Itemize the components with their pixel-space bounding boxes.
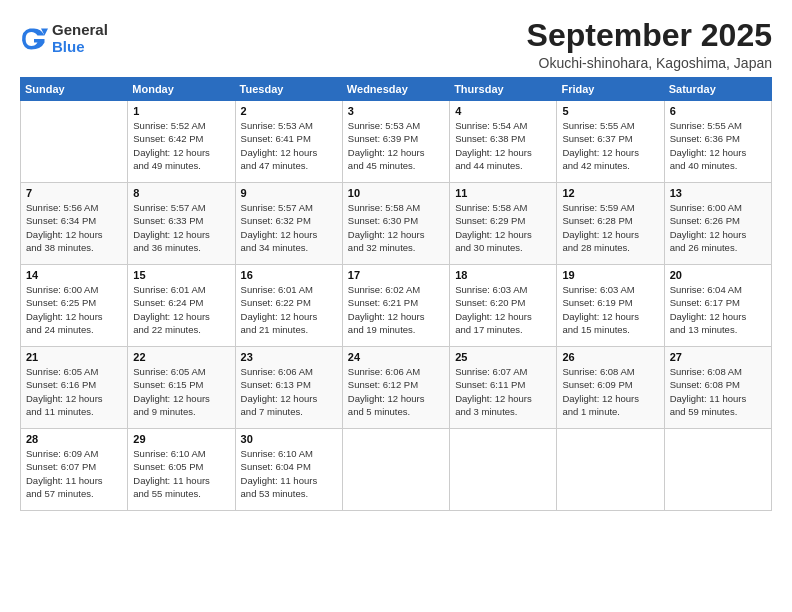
cell-info: Sunrise: 6:06 AM Sunset: 6:12 PM Dayligh… — [348, 365, 444, 418]
cell-w5-d5 — [450, 429, 557, 511]
cell-info: Sunrise: 6:04 AM Sunset: 6:17 PM Dayligh… — [670, 283, 766, 336]
day-number: 19 — [562, 269, 658, 281]
cell-w3-d2: 15Sunrise: 6:01 AM Sunset: 6:24 PM Dayli… — [128, 265, 235, 347]
day-number: 8 — [133, 187, 229, 199]
day-number: 6 — [670, 105, 766, 117]
logo-blue: Blue — [52, 39, 108, 56]
cell-info: Sunrise: 6:06 AM Sunset: 6:13 PM Dayligh… — [241, 365, 337, 418]
week-row-3: 14Sunrise: 6:00 AM Sunset: 6:25 PM Dayli… — [21, 265, 772, 347]
day-number: 22 — [133, 351, 229, 363]
day-number: 14 — [26, 269, 122, 281]
cell-info: Sunrise: 6:07 AM Sunset: 6:11 PM Dayligh… — [455, 365, 551, 418]
cell-info: Sunrise: 5:55 AM Sunset: 6:36 PM Dayligh… — [670, 119, 766, 172]
day-number: 30 — [241, 433, 337, 445]
cell-w5-d4 — [342, 429, 449, 511]
cell-w1-d1 — [21, 101, 128, 183]
day-number: 12 — [562, 187, 658, 199]
day-number: 28 — [26, 433, 122, 445]
cell-w4-d6: 26Sunrise: 6:08 AM Sunset: 6:09 PM Dayli… — [557, 347, 664, 429]
day-number: 1 — [133, 105, 229, 117]
cell-w1-d2: 1Sunrise: 5:52 AM Sunset: 6:42 PM Daylig… — [128, 101, 235, 183]
cell-w4-d3: 23Sunrise: 6:06 AM Sunset: 6:13 PM Dayli… — [235, 347, 342, 429]
logo-text: General Blue — [52, 22, 108, 55]
day-number: 9 — [241, 187, 337, 199]
day-number: 18 — [455, 269, 551, 281]
cell-info: Sunrise: 5:53 AM Sunset: 6:41 PM Dayligh… — [241, 119, 337, 172]
cell-w5-d2: 29Sunrise: 6:10 AM Sunset: 6:05 PM Dayli… — [128, 429, 235, 511]
cell-info: Sunrise: 5:55 AM Sunset: 6:37 PM Dayligh… — [562, 119, 658, 172]
header-row: Sunday Monday Tuesday Wednesday Thursday… — [21, 78, 772, 101]
cell-info: Sunrise: 6:01 AM Sunset: 6:22 PM Dayligh… — [241, 283, 337, 336]
day-number: 16 — [241, 269, 337, 281]
cell-w3-d3: 16Sunrise: 6:01 AM Sunset: 6:22 PM Dayli… — [235, 265, 342, 347]
cell-w3-d1: 14Sunrise: 6:00 AM Sunset: 6:25 PM Dayli… — [21, 265, 128, 347]
col-monday: Monday — [128, 78, 235, 101]
day-number: 23 — [241, 351, 337, 363]
cell-w5-d6 — [557, 429, 664, 511]
calendar-table: Sunday Monday Tuesday Wednesday Thursday… — [20, 77, 772, 511]
cell-info: Sunrise: 6:10 AM Sunset: 6:04 PM Dayligh… — [241, 447, 337, 500]
week-row-4: 21Sunrise: 6:05 AM Sunset: 6:16 PM Dayli… — [21, 347, 772, 429]
cell-w2-d6: 12Sunrise: 5:59 AM Sunset: 6:28 PM Dayli… — [557, 183, 664, 265]
col-sunday: Sunday — [21, 78, 128, 101]
day-number: 11 — [455, 187, 551, 199]
cell-w2-d1: 7Sunrise: 5:56 AM Sunset: 6:34 PM Daylig… — [21, 183, 128, 265]
day-number: 25 — [455, 351, 551, 363]
cell-w1-d4: 3Sunrise: 5:53 AM Sunset: 6:39 PM Daylig… — [342, 101, 449, 183]
day-number: 4 — [455, 105, 551, 117]
cell-w5-d7 — [664, 429, 771, 511]
day-number: 3 — [348, 105, 444, 117]
cell-info: Sunrise: 6:00 AM Sunset: 6:25 PM Dayligh… — [26, 283, 122, 336]
cell-info: Sunrise: 6:03 AM Sunset: 6:20 PM Dayligh… — [455, 283, 551, 336]
cell-w2-d7: 13Sunrise: 6:00 AM Sunset: 6:26 PM Dayli… — [664, 183, 771, 265]
cell-w2-d3: 9Sunrise: 5:57 AM Sunset: 6:32 PM Daylig… — [235, 183, 342, 265]
day-number: 5 — [562, 105, 658, 117]
cell-info: Sunrise: 5:54 AM Sunset: 6:38 PM Dayligh… — [455, 119, 551, 172]
cell-w2-d4: 10Sunrise: 5:58 AM Sunset: 6:30 PM Dayli… — [342, 183, 449, 265]
logo-general: General — [52, 22, 108, 39]
header: General Blue September 2025 Okuchi-shino… — [20, 18, 772, 71]
cell-info: Sunrise: 6:01 AM Sunset: 6:24 PM Dayligh… — [133, 283, 229, 336]
cell-info: Sunrise: 6:03 AM Sunset: 6:19 PM Dayligh… — [562, 283, 658, 336]
week-row-5: 28Sunrise: 6:09 AM Sunset: 6:07 PM Dayli… — [21, 429, 772, 511]
cell-w5-d3: 30Sunrise: 6:10 AM Sunset: 6:04 PM Dayli… — [235, 429, 342, 511]
cell-w1-d7: 6Sunrise: 5:55 AM Sunset: 6:36 PM Daylig… — [664, 101, 771, 183]
week-row-2: 7Sunrise: 5:56 AM Sunset: 6:34 PM Daylig… — [21, 183, 772, 265]
cell-w5-d1: 28Sunrise: 6:09 AM Sunset: 6:07 PM Dayli… — [21, 429, 128, 511]
cell-w3-d7: 20Sunrise: 6:04 AM Sunset: 6:17 PM Dayli… — [664, 265, 771, 347]
cell-w4-d5: 25Sunrise: 6:07 AM Sunset: 6:11 PM Dayli… — [450, 347, 557, 429]
cell-info: Sunrise: 5:58 AM Sunset: 6:29 PM Dayligh… — [455, 201, 551, 254]
day-number: 15 — [133, 269, 229, 281]
day-number: 17 — [348, 269, 444, 281]
cell-info: Sunrise: 6:00 AM Sunset: 6:26 PM Dayligh… — [670, 201, 766, 254]
cell-w2-d5: 11Sunrise: 5:58 AM Sunset: 6:29 PM Dayli… — [450, 183, 557, 265]
day-number: 29 — [133, 433, 229, 445]
day-number: 20 — [670, 269, 766, 281]
cell-w1-d5: 4Sunrise: 5:54 AM Sunset: 6:38 PM Daylig… — [450, 101, 557, 183]
cell-info: Sunrise: 6:02 AM Sunset: 6:21 PM Dayligh… — [348, 283, 444, 336]
day-number: 26 — [562, 351, 658, 363]
cell-w4-d7: 27Sunrise: 6:08 AM Sunset: 6:08 PM Dayli… — [664, 347, 771, 429]
cell-info: Sunrise: 5:56 AM Sunset: 6:34 PM Dayligh… — [26, 201, 122, 254]
day-number: 2 — [241, 105, 337, 117]
col-tuesday: Tuesday — [235, 78, 342, 101]
day-number: 13 — [670, 187, 766, 199]
day-number: 24 — [348, 351, 444, 363]
week-row-1: 1Sunrise: 5:52 AM Sunset: 6:42 PM Daylig… — [21, 101, 772, 183]
logo: General Blue — [20, 22, 108, 55]
cell-info: Sunrise: 5:57 AM Sunset: 6:32 PM Dayligh… — [241, 201, 337, 254]
page: General Blue September 2025 Okuchi-shino… — [0, 0, 792, 612]
cell-w3-d4: 17Sunrise: 6:02 AM Sunset: 6:21 PM Dayli… — [342, 265, 449, 347]
cell-info: Sunrise: 5:52 AM Sunset: 6:42 PM Dayligh… — [133, 119, 229, 172]
cell-info: Sunrise: 6:05 AM Sunset: 6:15 PM Dayligh… — [133, 365, 229, 418]
cell-w2-d2: 8Sunrise: 5:57 AM Sunset: 6:33 PM Daylig… — [128, 183, 235, 265]
cell-info: Sunrise: 5:57 AM Sunset: 6:33 PM Dayligh… — [133, 201, 229, 254]
cell-info: Sunrise: 6:08 AM Sunset: 6:09 PM Dayligh… — [562, 365, 658, 418]
cell-w4-d4: 24Sunrise: 6:06 AM Sunset: 6:12 PM Dayli… — [342, 347, 449, 429]
day-number: 27 — [670, 351, 766, 363]
cell-info: Sunrise: 6:08 AM Sunset: 6:08 PM Dayligh… — [670, 365, 766, 418]
cell-info: Sunrise: 5:58 AM Sunset: 6:30 PM Dayligh… — [348, 201, 444, 254]
col-wednesday: Wednesday — [342, 78, 449, 101]
calendar-title: September 2025 — [527, 18, 772, 53]
cell-w4-d1: 21Sunrise: 6:05 AM Sunset: 6:16 PM Dayli… — [21, 347, 128, 429]
